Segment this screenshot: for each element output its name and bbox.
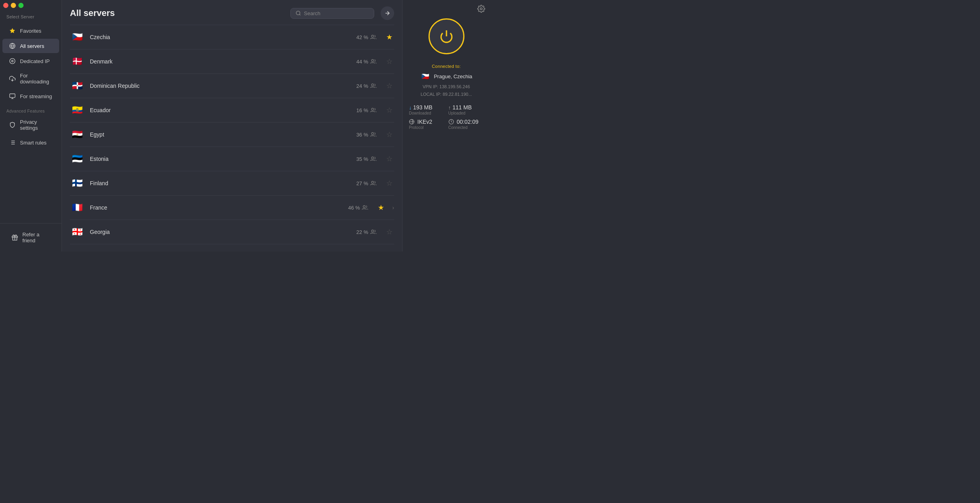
sidebar-bottom: Refer a friend bbox=[0, 223, 61, 252]
country-flag: 🇫🇷 bbox=[70, 200, 84, 215]
svg-point-23 bbox=[371, 108, 373, 110]
svg-marker-0 bbox=[10, 28, 15, 33]
country-flag: 🇨🇿 bbox=[70, 30, 84, 44]
location-name: Prague, Czechia bbox=[434, 73, 472, 79]
users-icon bbox=[370, 107, 377, 113]
search-input[interactable] bbox=[304, 10, 369, 16]
load-percent: 27 % bbox=[356, 180, 368, 186]
server-name: Estonia bbox=[90, 156, 351, 162]
upload-arrow-icon: ↑ bbox=[448, 105, 451, 111]
server-load: 44 % bbox=[356, 58, 377, 65]
connected-label: Connected to: bbox=[432, 64, 460, 69]
favorite-button[interactable]: ☆ bbox=[385, 154, 394, 163]
svg-rect-6 bbox=[10, 94, 15, 97]
protocol-icon bbox=[409, 119, 415, 125]
svg-point-26 bbox=[371, 181, 373, 183]
sidebar-item-label-dedicated-ip: Dedicated IP bbox=[20, 58, 50, 64]
svg-point-20 bbox=[371, 35, 373, 37]
favorite-button[interactable]: ★ bbox=[376, 203, 386, 212]
page-title: All servers bbox=[70, 8, 284, 18]
server-load: 35 % bbox=[356, 156, 377, 162]
ip-info: VPN IP: 138.199.56.246 LOCAL IP: 89.22.8… bbox=[421, 83, 472, 98]
traffic-lights bbox=[3, 3, 24, 8]
sidebar-item-label-streaming: For streaming bbox=[20, 93, 52, 99]
right-panel: Connected to: 🇨🇿 Prague, Czechia VPN IP:… bbox=[402, 0, 490, 252]
country-flag: 🇬🇪 bbox=[70, 225, 84, 239]
search-box[interactable] bbox=[290, 8, 374, 19]
svg-point-28 bbox=[371, 230, 373, 232]
vpn-ip: VPN IP: 138.199.56.246 bbox=[421, 83, 472, 91]
users-icon bbox=[370, 58, 377, 65]
protocol-label: Protocol bbox=[409, 125, 444, 130]
local-ip: LOCAL IP: 89.22.81.190... bbox=[421, 91, 472, 98]
favorite-button[interactable]: ☆ bbox=[385, 81, 394, 90]
server-name: Czechia bbox=[90, 34, 351, 40]
sidebar-item-for-downloading[interactable]: For downloading bbox=[2, 69, 59, 88]
chevron-right-icon: › bbox=[392, 204, 394, 211]
sidebar-item-smart-rules[interactable]: Smart rules bbox=[2, 135, 59, 150]
table-row[interactable]: 🇪🇪 Estonia 35 % ☆ bbox=[70, 147, 394, 171]
power-button-container bbox=[429, 18, 464, 54]
gift-icon bbox=[11, 234, 18, 241]
svg-point-22 bbox=[371, 84, 373, 86]
minimize-button[interactable] bbox=[11, 3, 16, 8]
table-row[interactable]: 🇨🇿 Czechia 42 % ★ bbox=[70, 25, 394, 50]
sidebar-item-for-streaming[interactable]: For streaming bbox=[2, 89, 59, 103]
table-row[interactable]: 🇫🇮 Finland 27 % ☆ bbox=[70, 171, 394, 196]
sidebar-item-label-all-servers: All servers bbox=[20, 43, 44, 49]
power-icon bbox=[439, 29, 454, 44]
favorite-button[interactable]: ☆ bbox=[385, 228, 394, 236]
protocol-value: IKEv2 bbox=[409, 119, 444, 125]
country-flag: 🇫🇮 bbox=[70, 176, 84, 190]
nav-arrow-button[interactable] bbox=[381, 6, 394, 20]
sidebar-item-label-smart-rules: Smart rules bbox=[20, 140, 46, 146]
protocol-stat: IKEv2 Protocol bbox=[409, 119, 444, 130]
load-percent: 16 % bbox=[356, 107, 368, 113]
country-flag: 🇪🇪 bbox=[70, 152, 84, 166]
sidebar-item-refer-friend[interactable]: Refer a friend bbox=[5, 228, 57, 247]
monitor-icon bbox=[9, 93, 16, 100]
favorite-button[interactable]: ☆ bbox=[385, 57, 394, 66]
svg-point-17 bbox=[296, 11, 300, 15]
server-name: Egypt bbox=[90, 131, 351, 138]
sidebar-item-label-downloading: For downloading bbox=[20, 73, 53, 85]
table-row[interactable]: 🇩🇪 Germany 61 % ★ › bbox=[70, 244, 394, 252]
table-row[interactable]: 🇩🇴 Dominican Republic 24 % ☆ bbox=[70, 74, 394, 98]
sidebar-item-privacy-settings[interactable]: Privacy settings bbox=[2, 115, 59, 135]
favorite-button[interactable]: ☆ bbox=[385, 106, 394, 115]
connected-location: 🇨🇿 Prague, Czechia bbox=[420, 71, 472, 81]
server-list: 🇨🇿 Czechia 42 % ★ 🇩🇰 Denmark 44 bbox=[62, 25, 402, 252]
sidebar-item-dedicated-ip[interactable]: Dedicated IP bbox=[2, 54, 59, 68]
table-row[interactable]: 🇫🇷 France 46 % ★ › bbox=[70, 196, 394, 220]
favorite-button[interactable]: ★ bbox=[385, 33, 394, 42]
power-button[interactable] bbox=[429, 18, 464, 54]
connected-time-label: Connected bbox=[448, 125, 484, 130]
sidebar-item-all-servers[interactable]: All servers bbox=[2, 39, 59, 53]
sidebar-item-favorites[interactable]: Favorites bbox=[2, 24, 59, 38]
table-row[interactable]: 🇪🇬 Egypt 36 % ☆ bbox=[70, 123, 394, 147]
load-percent: 46 % bbox=[348, 205, 360, 211]
maximize-button[interactable] bbox=[18, 3, 24, 8]
svg-point-30 bbox=[480, 8, 482, 10]
download-icon bbox=[9, 75, 16, 82]
connected-time-value: 00:02:09 bbox=[448, 119, 484, 125]
favorite-button[interactable]: ☆ bbox=[385, 179, 394, 188]
advanced-features-label: Advanced Features bbox=[0, 104, 61, 115]
table-row[interactable]: 🇩🇰 Denmark 44 % ☆ bbox=[70, 50, 394, 74]
gear-icon bbox=[477, 5, 485, 13]
globe-icon bbox=[9, 42, 16, 50]
load-percent: 42 % bbox=[356, 34, 368, 40]
sidebar-title: Select Server bbox=[0, 12, 61, 23]
settings-button[interactable] bbox=[477, 5, 485, 15]
server-load: 46 % bbox=[348, 204, 369, 211]
table-row[interactable]: 🇬🇪 Georgia 22 % ☆ bbox=[70, 220, 394, 244]
load-percent: 24 % bbox=[356, 83, 368, 89]
country-flag: 🇩🇪 bbox=[70, 249, 84, 252]
favorite-button[interactable]: ☆ bbox=[385, 130, 394, 139]
country-flag: 🇩🇰 bbox=[70, 54, 84, 69]
close-button[interactable] bbox=[3, 3, 8, 8]
download-arrow-icon: ↓ bbox=[409, 105, 412, 111]
sidebar: Select Server Favorites All servers bbox=[0, 0, 62, 252]
server-name: Ecuador bbox=[90, 107, 351, 113]
table-row[interactable]: 🇪🇨 Ecuador 16 % ☆ bbox=[70, 98, 394, 123]
